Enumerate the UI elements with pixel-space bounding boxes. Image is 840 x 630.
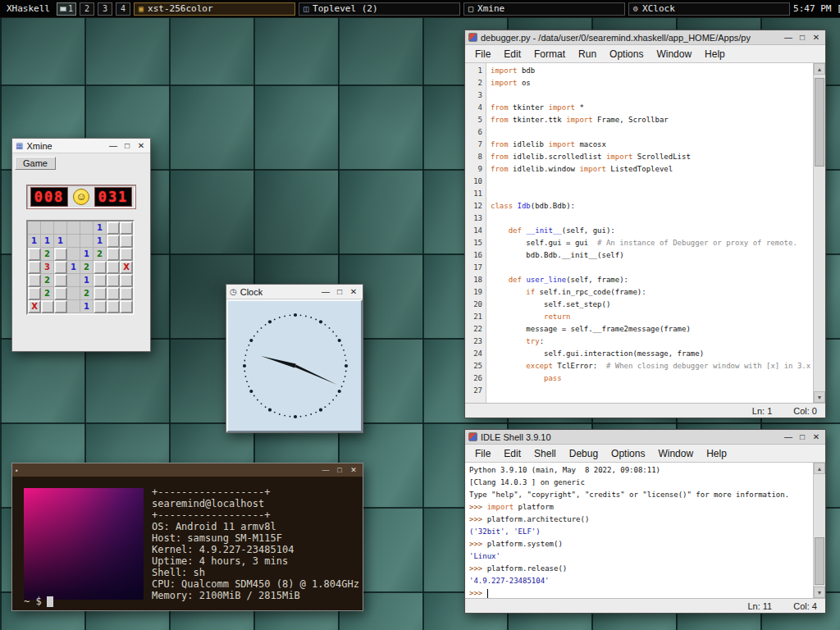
menu-help[interactable]: Help — [698, 48, 732, 60]
menu-edit[interactable]: Edit — [497, 48, 527, 60]
mine-cell[interactable]: X — [28, 300, 41, 313]
menu-shell[interactable]: Shell — [527, 448, 563, 459]
mine-cell[interactable] — [120, 300, 133, 313]
mine-cell[interactable]: 1 — [80, 300, 94, 313]
mine-cell[interactable] — [120, 274, 133, 287]
mine-cell[interactable]: 1 — [94, 235, 107, 248]
mine-cell[interactable] — [94, 261, 107, 274]
mine-cell[interactable] — [28, 274, 41, 287]
scrollbar-thumb[interactable] — [815, 78, 824, 167]
taskbar-window-xst-256color[interactable]: ▣xst-256color — [134, 2, 295, 16]
mine-cell[interactable] — [94, 287, 107, 300]
mine-cell[interactable] — [107, 248, 120, 261]
terminal-screen[interactable]: +------------------+searemind@localhost+… — [12, 477, 363, 610]
maximize-icon[interactable]: □ — [121, 140, 133, 152]
mine-cell[interactable] — [107, 274, 120, 287]
xmine-titlebar[interactable]: ▦ Xmine — □ ✕ — [12, 139, 150, 153]
mine-cell[interactable] — [54, 287, 67, 300]
mine-cell[interactable] — [107, 261, 120, 274]
mine-cell[interactable] — [107, 287, 120, 300]
mine-cell[interactable] — [28, 221, 41, 235]
mine-cell[interactable] — [107, 221, 120, 235]
mine-cell[interactable]: 3 — [41, 261, 54, 274]
menu-window[interactable]: Window — [650, 48, 698, 60]
mine-cell[interactable]: 2 — [80, 261, 94, 274]
editor-code-lines[interactable]: import bdbimport os from tkinter import … — [486, 63, 813, 403]
mine-cell[interactable]: 1 — [67, 261, 80, 274]
mine-cell[interactable] — [28, 261, 41, 274]
mine-cell[interactable] — [54, 248, 67, 261]
mine-cell[interactable]: 1 — [94, 221, 107, 235]
minimize-icon[interactable]: — — [320, 465, 331, 475]
mine-cell[interactable] — [107, 235, 120, 248]
scrollbar-thumb[interactable] — [815, 537, 824, 585]
mine-cell[interactable]: 2 — [41, 274, 54, 287]
workspace-button-4[interactable]: 4 — [116, 2, 130, 16]
maximize-icon[interactable]: □ — [334, 286, 345, 298]
editor-scrollbar[interactable]: ▲ ▼ — [813, 63, 825, 403]
mine-cell[interactable]: 2 — [41, 248, 54, 261]
minimize-icon[interactable]: — — [783, 32, 794, 43]
mine-cell[interactable] — [67, 221, 80, 235]
mine-cell[interactable] — [94, 300, 107, 313]
mine-cell[interactable] — [67, 248, 80, 261]
minimize-icon[interactable]: — — [783, 431, 794, 443]
minimize-icon[interactable]: — — [320, 286, 331, 298]
shell-titlebar[interactable]: IDLE Shell 3.9.10 — □ ✕ — [465, 430, 825, 445]
mine-cell[interactable]: 1 — [28, 235, 41, 248]
close-icon[interactable]: ✕ — [810, 431, 822, 443]
mine-cell[interactable] — [107, 300, 120, 313]
workspace-button-1[interactable]: 1 — [57, 2, 76, 16]
taskbar-window-xclock[interactable]: ⚙XClock — [628, 2, 790, 16]
mine-cell[interactable]: 1 — [80, 248, 94, 261]
mine-cell[interactable] — [80, 221, 94, 235]
scroll-up-icon[interactable]: ▲ — [814, 463, 825, 474]
menu-options[interactable]: Options — [605, 448, 651, 459]
mine-cell[interactable] — [54, 300, 67, 313]
mine-cell[interactable] — [80, 235, 94, 248]
scroll-down-icon[interactable]: ▼ — [814, 587, 825, 598]
menu-file[interactable]: File — [468, 48, 497, 60]
close-icon[interactable]: ✕ — [135, 140, 147, 152]
mine-cell[interactable] — [120, 221, 133, 235]
shell-lines[interactable]: Python 3.9.10 (main, May 8 2022, 09:08:1… — [465, 463, 813, 598]
close-icon[interactable]: ✕ — [810, 32, 822, 43]
workspace-button-3[interactable]: 3 — [98, 2, 112, 16]
mine-cell[interactable] — [67, 235, 80, 248]
smiley-face-button[interactable]: ☺ — [73, 189, 89, 205]
mine-cell[interactable] — [54, 221, 67, 235]
menu-help[interactable]: Help — [700, 448, 733, 459]
scroll-down-icon[interactable]: ▼ — [814, 391, 825, 403]
mine-cell[interactable] — [41, 300, 54, 313]
mine-cell[interactable] — [54, 261, 67, 274]
mine-cell[interactable] — [67, 287, 80, 300]
game-menu-button[interactable]: Game — [15, 157, 56, 170]
clock-titlebar[interactable]: ◷ Clock — □ ✕ — [226, 285, 363, 299]
close-icon[interactable]: ✕ — [348, 465, 359, 475]
mine-cell[interactable]: 2 — [94, 248, 107, 261]
mine-cell[interactable] — [28, 248, 41, 261]
mine-cell[interactable]: 1 — [41, 235, 54, 248]
menu-window[interactable]: Window — [651, 448, 700, 459]
mine-cell[interactable] — [67, 274, 80, 287]
mine-cell[interactable]: 1 — [80, 274, 94, 287]
menu-edit[interactable]: Edit — [497, 448, 527, 459]
menu-run[interactable]: Run — [572, 48, 603, 60]
close-icon[interactable]: ✕ — [348, 286, 359, 298]
workspace-button-2[interactable]: 2 — [80, 2, 94, 16]
menu-file[interactable]: File — [468, 448, 497, 459]
menu-format[interactable]: Format — [527, 48, 572, 60]
mine-cell[interactable] — [120, 248, 133, 261]
mine-cell[interactable] — [41, 221, 54, 235]
mine-cell[interactable]: 2 — [41, 287, 54, 300]
mine-cell[interactable]: 1 — [54, 235, 67, 248]
mine-cell[interactable]: 2 — [80, 287, 94, 300]
scroll-up-icon[interactable]: ▲ — [814, 63, 825, 75]
mine-cell[interactable] — [120, 287, 133, 300]
mine-cell[interactable] — [54, 274, 67, 287]
taskbar-window-xmine[interactable]: □Xmine — [463, 2, 625, 16]
shell-scrollbar[interactable]: ▲ ▼ — [813, 463, 825, 598]
menu-options[interactable]: Options — [603, 48, 650, 60]
mine-cell[interactable] — [94, 274, 107, 287]
taskbar-window-toplevel-2-[interactable]: ◫Toplevel (2) — [299, 2, 460, 16]
